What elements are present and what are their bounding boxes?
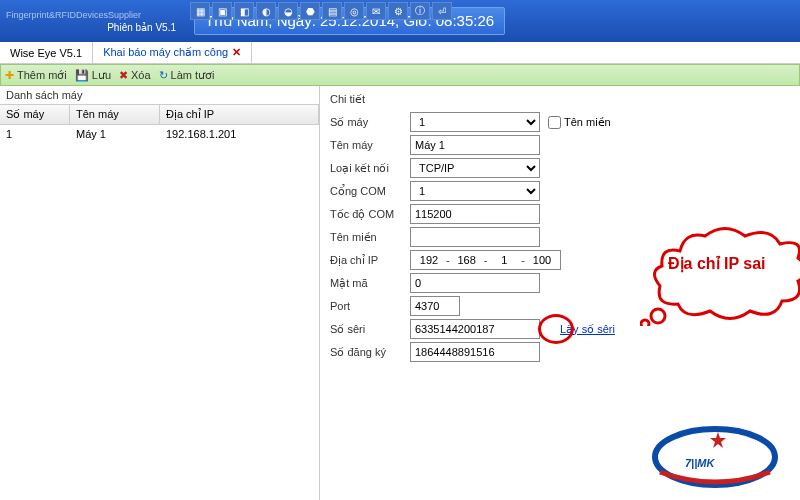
input-soseri[interactable] (410, 319, 540, 339)
save-icon: 💾 (75, 69, 89, 82)
row-loaiketnoi: Loại kết nối TCP/IP (330, 158, 790, 178)
ip-oct-1[interactable] (414, 252, 444, 268)
tool-icon-1[interactable]: ▦ (190, 2, 210, 20)
tab-config-label: Khai báo máy chấm công (103, 46, 228, 59)
input-tocdocom[interactable] (410, 204, 540, 224)
list-header: Số máy Tên máy Địa chỉ IP (0, 104, 319, 125)
tool-icon-7[interactable]: ▤ (322, 2, 342, 20)
cell-tenmay: Máy 1 (70, 125, 160, 143)
svg-marker-4 (710, 432, 726, 448)
select-somay[interactable]: 1 (410, 112, 540, 132)
chk-tenmien-label: Tên miền (564, 116, 611, 129)
row-soseri: Số sêri Lấy số sêri (330, 319, 790, 339)
action-bar: ✚Thêm mới 💾Lưu ✖Xóa ↻Làm tươi (0, 64, 800, 86)
lbl-port: Port (330, 300, 410, 312)
row-port: Port (330, 296, 790, 316)
svg-text:7||MK: 7||MK (685, 457, 715, 469)
tool-icon-11[interactable]: ⓘ (410, 2, 430, 20)
select-congcom[interactable]: 1 (410, 181, 540, 201)
version-text: Phiên bản V5.1 (6, 22, 184, 33)
input-tenmien[interactable] (410, 227, 540, 247)
cell-ip: 192.168.1.201 (160, 125, 319, 143)
delete-label: Xóa (131, 69, 151, 81)
refresh-label: Làm tươi (171, 69, 215, 82)
save-label: Lưu (92, 69, 111, 82)
tab-close-icon[interactable]: ✕ (232, 46, 241, 59)
ip-group: - - - (410, 250, 561, 270)
cell-somay: 1 (0, 125, 70, 143)
tool-icon-10[interactable]: ⚙ (388, 2, 408, 20)
input-port[interactable] (410, 296, 460, 316)
list-row[interactable]: 1 Máy 1 192.168.1.201 (0, 125, 319, 143)
chk-tenmien[interactable]: Tên miền (548, 116, 611, 129)
add-label: Thêm mới (17, 69, 67, 82)
tool-icon-5[interactable]: ◒ (278, 2, 298, 20)
tab-bar: Wise Eye V5.1 Khai báo máy chấm công ✕ (0, 42, 800, 64)
detail-title: Chi tiết (330, 90, 790, 109)
row-tocdocom: Tốc độ COM (330, 204, 790, 224)
toolbar-icons: ▦ ▣ ◧ ◐ ◒ ⬣ ▤ ◎ ✉ ⚙ ⓘ ⏎ (190, 2, 452, 20)
tab-home-label: Wise Eye V5.1 (10, 47, 82, 59)
lbl-congcom: Cổng COM (330, 185, 410, 198)
lbl-somay: Số máy (330, 116, 410, 129)
select-loaiketnoi[interactable]: TCP/IP (410, 158, 540, 178)
tab-config[interactable]: Khai báo máy chấm công ✕ (93, 42, 252, 63)
chk-tenmien-input[interactable] (548, 116, 561, 129)
delete-button[interactable]: ✖Xóa (119, 69, 151, 82)
add-icon: ✚ (5, 69, 14, 82)
lbl-soseri: Số sêri (330, 323, 410, 336)
header-left: Fingerprint&RFIDDevicesSupplier Phiên bả… (6, 10, 184, 33)
link-getseri[interactable]: Lấy số sêri (560, 323, 615, 336)
tool-icon-4[interactable]: ◐ (256, 2, 276, 20)
tool-icon-9[interactable]: ✉ (366, 2, 386, 20)
ip-oct-3[interactable] (489, 252, 519, 268)
supplier-text: Fingerprint&RFIDDevicesSupplier (6, 10, 184, 20)
col-tenmay[interactable]: Tên máy (70, 105, 160, 124)
tab-home[interactable]: Wise Eye V5.1 (0, 42, 93, 63)
lbl-matma: Mật mã (330, 277, 410, 290)
lbl-tenmay: Tên máy (330, 139, 410, 151)
input-matma[interactable] (410, 273, 540, 293)
row-matma: Mật mã (330, 273, 790, 293)
save-button[interactable]: 💾Lưu (75, 69, 111, 82)
col-ip[interactable]: Địa chỉ IP (160, 105, 319, 124)
lbl-ip: Địa chỉ IP (330, 254, 410, 267)
lbl-loaiketnoi: Loại kết nối (330, 162, 410, 175)
refresh-button[interactable]: ↻Làm tươi (159, 69, 215, 82)
col-somay[interactable]: Số máy (0, 105, 70, 124)
device-list-panel: Danh sách máy Số máy Tên máy Địa chỉ IP … (0, 86, 320, 500)
row-congcom: Cổng COM 1 (330, 181, 790, 201)
lbl-tocdocom: Tốc độ COM (330, 208, 410, 221)
lbl-tenmien: Tên miền (330, 231, 410, 244)
input-tenmay[interactable] (410, 135, 540, 155)
input-sodangky[interactable] (410, 342, 540, 362)
row-ip: Địa chỉ IP - - - (330, 250, 790, 270)
refresh-icon: ↻ (159, 69, 168, 82)
tool-icon-6[interactable]: ⬣ (300, 2, 320, 20)
tool-icon-8[interactable]: ◎ (344, 2, 364, 20)
ip-oct-4[interactable] (527, 252, 557, 268)
add-button[interactable]: ✚Thêm mới (5, 69, 67, 82)
row-tenmien: Tên miền (330, 227, 790, 247)
app-header: Fingerprint&RFIDDevicesSupplier Phiên bả… (0, 0, 800, 42)
brand-logo: 7||MK (650, 422, 780, 492)
row-sodangky: Số đăng ký (330, 342, 790, 362)
tool-icon-2[interactable]: ▣ (212, 2, 232, 20)
tool-icon-12[interactable]: ⏎ (432, 2, 452, 20)
delete-icon: ✖ (119, 69, 128, 82)
list-title: Danh sách máy (0, 86, 319, 104)
tool-icon-3[interactable]: ◧ (234, 2, 254, 20)
row-tenmay: Tên máy (330, 135, 790, 155)
ip-oct-2[interactable] (452, 252, 482, 268)
lbl-sodangky: Số đăng ký (330, 346, 410, 359)
row-somay: Số máy 1 Tên miền (330, 112, 790, 132)
